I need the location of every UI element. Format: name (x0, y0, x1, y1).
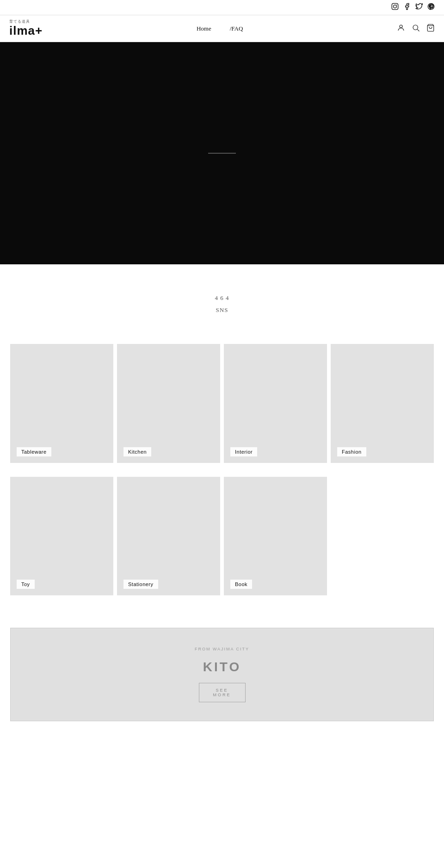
logo[interactable]: 育てる道具 ilma+ (9, 20, 43, 37)
hero-bar (208, 153, 236, 154)
nav-home-link[interactable]: Home (197, 25, 211, 32)
category-kitchen[interactable]: Kitchen (117, 344, 220, 462)
category-tableware-label: Tableware (17, 447, 51, 456)
nav-icons (397, 24, 435, 34)
instagram-icon[interactable] (391, 3, 399, 12)
featured-name: KITO (203, 660, 241, 674)
featured-banner: FROM WAJIMA CITY KITO SEEMORE (10, 628, 434, 721)
category-interior-label: Interior (230, 447, 257, 456)
promo-section: 4 6 4 SNS (0, 264, 444, 339)
category-grid-row1: Tableware Kitchen Interior Fashion (0, 339, 444, 476)
svg-point-1 (394, 5, 397, 8)
header: 育てる道具 ilma+ Home /FAQ (0, 15, 444, 42)
category-book[interactable]: Book (224, 477, 327, 595)
twitter-icon[interactable] (415, 3, 423, 12)
promo-line1: 4 6 4 (9, 292, 435, 304)
facebook-icon[interactable] (403, 3, 411, 12)
category-stationery-label: Stationery (123, 580, 158, 589)
cart-icon[interactable] (426, 24, 435, 34)
svg-line-5 (417, 29, 419, 31)
promo-line2: SNS (9, 304, 435, 316)
social-bar (0, 0, 444, 15)
svg-point-3 (400, 25, 402, 28)
pinterest-icon[interactable] (427, 3, 435, 12)
category-book-label: Book (230, 580, 252, 589)
category-grid-row2: Toy Stationery Book (0, 477, 444, 609)
search-icon[interactable] (412, 24, 420, 34)
category-fashion-label: Fashion (337, 447, 366, 456)
category-kitchen-label: Kitchen (123, 447, 151, 456)
user-icon[interactable] (397, 24, 405, 34)
svg-point-4 (413, 25, 418, 30)
featured-from-label: FROM WAJIMA CITY (195, 647, 249, 651)
main-nav: Home /FAQ (197, 25, 243, 32)
nav-faq-link[interactable]: /FAQ (230, 25, 243, 32)
category-toy-label: Toy (17, 580, 35, 589)
category-tableware[interactable]: Tableware (10, 344, 113, 462)
category-fashion[interactable]: Fashion (331, 344, 434, 462)
footer-space (0, 749, 444, 805)
category-toy[interactable]: Toy (10, 477, 113, 595)
svg-rect-0 (392, 3, 398, 9)
featured-see-more-button[interactable]: SEEMORE (199, 683, 246, 702)
hero-section (0, 42, 444, 264)
featured-section: FROM WAJIMA CITY KITO SEEMORE (0, 609, 444, 749)
svg-point-2 (396, 5, 397, 5)
logo-text: ilma+ (9, 24, 43, 37)
category-stationery[interactable]: Stationery (117, 477, 220, 595)
category-interior[interactable]: Interior (224, 344, 327, 462)
